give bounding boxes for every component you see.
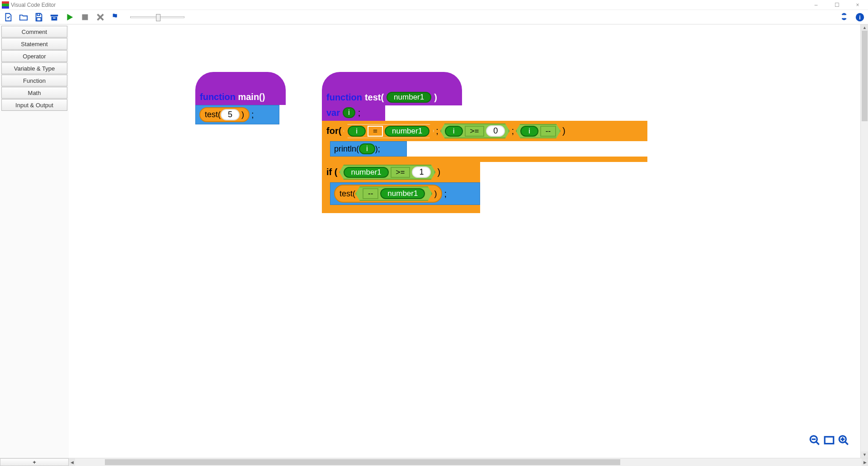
semicolon: ;	[511, 126, 514, 136]
scroll-left-arrow[interactable]: ◀	[69, 458, 75, 466]
sidebar: Comment Statement Operator Variable & Ty…	[0, 24, 69, 458]
scroll-down-arrow[interactable]: ▼	[861, 452, 868, 458]
svg-rect-4	[37, 17, 41, 20]
println-var[interactable]: i	[359, 143, 375, 154]
param-number1[interactable]: number1	[387, 92, 431, 103]
function-test-name: test(	[365, 92, 384, 103]
paren-close: )	[434, 92, 437, 103]
for-cond-var[interactable]: i	[445, 126, 463, 137]
function-main-block[interactable]: function main() test( 5 ) ;	[195, 72, 286, 124]
sidebar-item-comment[interactable]: Comment	[1, 26, 67, 38]
sidebar-item-operator[interactable]: Operator	[1, 50, 67, 62]
svg-rect-5	[51, 14, 58, 16]
zoom-fit-button[interactable]	[823, 434, 835, 448]
settings-button[interactable]	[839, 12, 850, 23]
semicolon: ;	[436, 126, 439, 136]
stop-button[interactable]	[80, 12, 90, 23]
scroll-up-arrow[interactable]: ▲	[861, 24, 868, 31]
semicolon: ;	[358, 108, 361, 118]
svg-rect-8	[82, 14, 88, 20]
if-cond-expr[interactable]: number1 >= 1	[339, 165, 435, 180]
println-block[interactable]: println( i );	[330, 141, 407, 157]
call-close: )	[240, 110, 244, 119]
cancel-button[interactable]	[95, 12, 106, 23]
sidebar-item-math[interactable]: Math	[1, 87, 67, 99]
recurse-label: test(	[340, 189, 355, 199]
for-cond-val[interactable]: 0	[486, 125, 505, 137]
for-init-op[interactable]: =	[368, 126, 383, 137]
titlebar: Visual Code Editor – ☐ ×	[0, 0, 868, 10]
horizontal-scroll-thumb[interactable]	[105, 459, 620, 465]
recurse-expr[interactable]: -- number1	[355, 186, 432, 201]
for-cond-expr[interactable]: i >= 0	[440, 124, 510, 138]
call-test-pill[interactable]: test( 5 )	[199, 107, 250, 122]
recurse-op[interactable]: --	[363, 188, 378, 199]
svg-rect-12	[825, 437, 834, 443]
speed-slider[interactable]	[130, 16, 184, 18]
zoom-in-button[interactable]	[838, 434, 849, 448]
if-op[interactable]: >=	[391, 167, 410, 178]
zoom-out-button[interactable]	[809, 434, 821, 448]
function-keyword: function	[326, 92, 362, 103]
recurse-var[interactable]: number1	[380, 188, 425, 199]
if-lhs[interactable]: number1	[344, 167, 388, 178]
println-close: );	[375, 144, 380, 154]
sidebar-item-statement[interactable]: Statement	[1, 38, 67, 50]
horizontal-scrollbar[interactable]: ◀ ▶	[69, 458, 868, 466]
semicolon: ;	[250, 109, 256, 120]
app-icon	[2, 1, 9, 9]
if-block[interactable]: if ( number1 >= 1 )	[322, 162, 480, 182]
recurse-call-block[interactable]: test( -- number1 ) ;	[330, 182, 480, 205]
call-arg-slot[interactable]: 5	[221, 109, 240, 120]
for-step-op[interactable]: --	[540, 126, 556, 137]
println-label: println(	[334, 144, 359, 154]
vertical-scrollbar[interactable]: ▲ ▼	[860, 24, 868, 458]
for-step-var[interactable]: i	[520, 126, 538, 137]
scroll-right-arrow[interactable]: ▶	[862, 458, 868, 466]
info-button[interactable]: i	[854, 12, 865, 23]
function-test-block[interactable]: function test( number1 ) var i ; for( i …	[322, 72, 647, 213]
var-i[interactable]: i	[343, 107, 355, 118]
svg-rect-3	[37, 13, 40, 15]
recurse-close: )	[432, 189, 437, 199]
for-close: )	[562, 126, 566, 136]
canvas[interactable]: function main() test( 5 ) ; function tes…	[69, 24, 860, 458]
new-file-button[interactable]	[3, 12, 14, 23]
for-step-expr[interactable]: i --	[516, 124, 561, 138]
if-close: )	[437, 167, 440, 177]
svg-rect-7	[53, 17, 56, 18]
vertical-scroll-thumb[interactable]	[862, 31, 868, 121]
semicolon: ;	[442, 189, 448, 199]
run-button[interactable]	[64, 12, 75, 23]
sidebar-item-function[interactable]: Function	[1, 75, 67, 86]
if-keyword: if (	[326, 167, 337, 177]
var-keyword: var	[326, 108, 340, 118]
function-keyword: function	[200, 92, 236, 102]
for-init-rhs[interactable]: number1	[385, 126, 429, 137]
svg-rect-2	[2, 6, 9, 9]
close-button[interactable]: ×	[847, 0, 868, 10]
save-button[interactable]	[33, 12, 44, 23]
call-label: test(	[205, 110, 221, 119]
toolbar: i	[0, 10, 868, 24]
sidebar-item-variable-type[interactable]: Variable & Type	[1, 62, 67, 74]
flag-button[interactable]	[110, 12, 121, 23]
svg-text:i: i	[859, 14, 861, 20]
for-cond-op[interactable]: >=	[465, 126, 485, 137]
recurse-test-pill[interactable]: test( -- number1 )	[334, 185, 442, 203]
archive-button[interactable]	[49, 12, 60, 23]
svg-rect-1	[2, 4, 9, 6]
window-title: Visual Code Editor	[11, 2, 56, 8]
for-init-expr[interactable]: i = number1	[343, 124, 434, 138]
for-block[interactable]: for( i = number1 ; i >= 0 ; i -- )	[322, 121, 647, 141]
for-keyword: for(	[326, 126, 341, 136]
function-main-name: main()	[238, 92, 265, 102]
for-init-var[interactable]: i	[348, 126, 366, 137]
open-file-button[interactable]	[18, 12, 29, 23]
maximize-button[interactable]: ☐	[826, 0, 847, 10]
svg-rect-6	[52, 17, 57, 20]
if-rhs[interactable]: 1	[412, 166, 431, 178]
sidebar-item-input-output[interactable]: Input & Output	[1, 99, 67, 111]
add-tab-button[interactable]: +	[0, 458, 69, 466]
minimize-button[interactable]: –	[806, 0, 826, 10]
